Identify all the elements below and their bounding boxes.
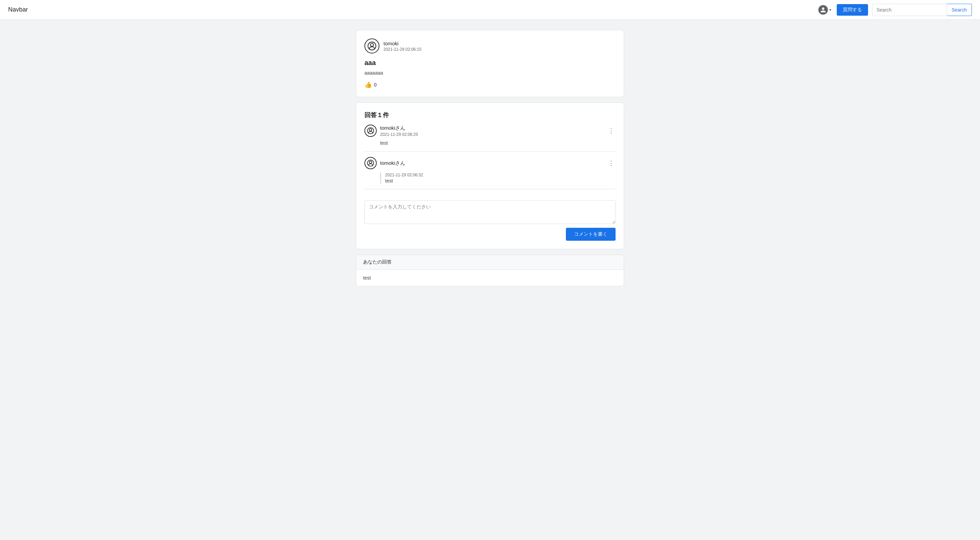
question-title: aaa <box>364 59 616 67</box>
answer-meta-1: tomokiさん 2021-11-29 02:06:25 <box>380 125 418 137</box>
answer-author-avatar-2 <box>364 157 377 169</box>
navbar-brand: Navbar <box>8 6 28 13</box>
reply-date: 2021-11-29 02:06:32 <box>385 173 616 177</box>
your-answer-body: test <box>356 270 624 286</box>
question-header: tomoki 2021-11-29 02:06:15 <box>364 38 616 53</box>
search-button[interactable]: Search <box>947 4 972 16</box>
answer-item: tomokiさん 2021-11-29 02:06:25 ⋮ test <box>364 124 616 151</box>
comment-submit-row: コメントを書く <box>364 228 616 241</box>
question-date: 2021-11-29 02:06:15 <box>383 47 421 52</box>
answer-user-info-2: tomokiさん <box>364 157 405 169</box>
user-avatar-icon <box>818 5 828 14</box>
answer-date-1: 2021-11-29 02:06:25 <box>380 132 418 137</box>
comment-submit-button[interactable]: コメントを書く <box>566 228 616 241</box>
ask-question-button[interactable]: 質問する <box>837 4 868 16</box>
question-author-name: tomoki <box>383 40 421 46</box>
question-card: tomoki 2021-11-29 02:06:15 aaa aaaaaaa 👍… <box>356 30 624 97</box>
answer-menu-button-2[interactable]: ⋮ <box>607 159 616 167</box>
answer-header-1: tomokiさん 2021-11-29 02:06:25 ⋮ <box>364 124 616 137</box>
question-author-avatar <box>364 38 379 53</box>
answer-meta-2: tomokiさん <box>380 160 405 167</box>
answer-menu-button-1[interactable]: ⋮ <box>607 126 616 135</box>
answer-item-2: tomokiさん ⋮ 2021-11-29 02:06:32 test <box>364 157 616 189</box>
like-count: 0 <box>374 82 377 88</box>
like-button[interactable]: 👍 <box>364 81 372 89</box>
comment-textarea[interactable] <box>364 200 616 224</box>
answers-section-title: 回答１件 <box>364 111 616 119</box>
user-menu[interactable]: ▾ <box>818 5 831 14</box>
navbar: Navbar ▾ 質問する Search <box>0 0 980 20</box>
reply-block: 2021-11-29 02:06:32 test <box>380 173 616 183</box>
search-input[interactable] <box>872 4 947 16</box>
answer-user-info-1: tomokiさん 2021-11-29 02:06:25 <box>364 124 418 137</box>
answer-author-name-1: tomokiさん <box>380 125 418 131</box>
your-answer-header: あなたの回答 <box>356 255 624 270</box>
like-row: 👍 0 <box>364 81 616 89</box>
answer-header-2: tomokiさん ⋮ <box>364 157 616 169</box>
user-menu-chevron-icon: ▾ <box>829 8 831 12</box>
question-body: aaaaaaa <box>364 70 616 76</box>
main-content: tomoki 2021-11-29 02:06:15 aaa aaaaaaa 👍… <box>350 30 630 286</box>
answer-author-name-2: tomokiさん <box>380 160 405 167</box>
question-author-info: tomoki 2021-11-29 02:06:15 <box>383 40 421 52</box>
answers-card: 回答１件 tomokiさん 2021-11-29 02:06:25 <box>356 102 624 249</box>
answer-body-1: test <box>380 140 616 146</box>
your-answer-card: あなたの回答 test <box>356 255 624 286</box>
search-group: Search <box>872 4 972 16</box>
reply-text: test <box>385 178 616 183</box>
answer-author-avatar-1 <box>364 124 377 137</box>
